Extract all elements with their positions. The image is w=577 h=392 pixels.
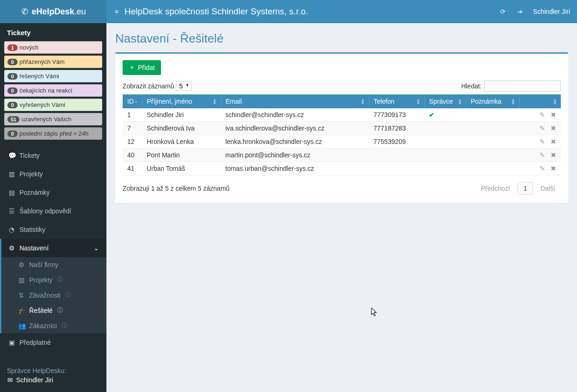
col-phone[interactable]: Telefon▲▼ (369, 94, 424, 108)
ticket-filter-6[interactable]: 0poslední zápis před > 24h (4, 127, 102, 140)
cell-admin: ✔ (424, 108, 466, 122)
filter-count: 0 (7, 131, 18, 137)
admin-label: Správce HelpDesku: (7, 367, 99, 374)
page-title: Nastavení - Řešitelé (115, 31, 568, 46)
edit-icon[interactable]: ✎ (540, 138, 545, 145)
edit-icon[interactable]: ✎ (540, 124, 545, 132)
cell-admin (424, 135, 466, 149)
admin-link[interactable]: ✉Schindler Jiri (7, 376, 99, 384)
cell-email: schindler@schindler-sys.cz (221, 108, 369, 122)
main: Nastavení - Řešitelé ＋ Přidat Zobrazit z… (106, 23, 577, 392)
nav-predplatne[interactable]: ▣Předplatné (1, 333, 106, 352)
cell-actions: ✎✖ (519, 162, 561, 175)
delete-icon[interactable]: ✖ (551, 124, 556, 132)
sidebar-tickets-header: Tickety (0, 23, 106, 41)
ticket-filter-4[interactable]: 0vyřešených Vámi (4, 99, 102, 111)
col-note[interactable]: Poznámka▲▼ (466, 94, 519, 108)
subnav-Naší firmy[interactable]: ⚙Naší firmy (1, 257, 106, 272)
menu-toggle-icon[interactable]: ≡ (113, 8, 120, 15)
info-icon: ⓘ (62, 322, 67, 330)
app-title: HelpDesk společnosti Schindler Systems, … (124, 6, 308, 17)
refresh-icon[interactable]: ⟳ (500, 8, 506, 15)
col-email[interactable]: Email▲▼ (221, 94, 369, 108)
pager-next[interactable]: Další (535, 182, 561, 194)
logout-icon[interactable]: ⇥ (516, 8, 523, 15)
length-select[interactable]: 5 (176, 81, 192, 91)
subnav-Projekty[interactable]: ▥Projekty ⓘ (1, 272, 106, 287)
sort-icon: ▲ (134, 100, 138, 103)
cell-email: martin.pont@schindler-sys.cz (221, 149, 369, 162)
table-row: 12Hronková Lenkalenka.hronkova@schindler… (123, 135, 561, 149)
ticket-filter-5[interactable]: 51uzavřených Vašich (4, 113, 102, 125)
nav-tickety[interactable]: 💬Tickety (1, 146, 106, 165)
ticket-filter-1[interactable]: 0přiřazených Vám (4, 56, 102, 68)
cell-name: Schindlerová Iva (142, 122, 221, 135)
subnav-Závažnosti[interactable]: ⇅Závažnosti ⓘ (1, 287, 106, 303)
filter-label: řešených Vámi (19, 73, 59, 80)
nav-statistiky[interactable]: ◔Statistiky (1, 220, 106, 239)
nav-nastaveni[interactable]: ⚙Nastavení⌄ (1, 239, 106, 257)
col-actions: ▲▼ (519, 94, 561, 108)
current-user[interactable]: Schindler Jiri (533, 8, 570, 15)
comments-icon: 💬 (8, 152, 15, 159)
add-button[interactable]: ＋ Přidat (123, 60, 161, 75)
pager-prev[interactable]: Předchozí (475, 182, 515, 194)
ticket-filter-0[interactable]: 1nových (4, 41, 102, 54)
nav-projekty[interactable]: ▥Projekty (1, 165, 106, 183)
sort-icon: ▲▼ (416, 99, 421, 105)
piechart-icon: ◔ (8, 226, 15, 233)
add-button-label: Přidat (138, 64, 155, 71)
info-icon: ⓘ (57, 276, 63, 284)
table-toolbar: Zobrazit záznamů 5 Hledat: (123, 81, 561, 92)
money-icon: ▣ (8, 339, 15, 346)
pager-page-1[interactable]: 1 (517, 182, 533, 195)
col-id[interactable]: ID▲ (123, 94, 142, 108)
edit-icon[interactable]: ✎ (540, 111, 545, 118)
sort-icon: ▲▼ (458, 99, 462, 105)
cell-note (466, 108, 519, 122)
cell-actions: ✎✖ (519, 135, 561, 149)
edit-icon[interactable]: ✎ (540, 165, 545, 172)
cell-id: 7 (123, 122, 142, 135)
delete-icon[interactable]: ✖ (551, 111, 556, 118)
cell-note (466, 135, 519, 149)
brand-suffix: .eu (74, 7, 86, 16)
ticket-filter-3[interactable]: 0čekajících na reakci (4, 84, 102, 97)
cell-id: 41 (123, 162, 142, 175)
list-icon: ☰ (8, 207, 15, 215)
filter-count: 0 (7, 73, 18, 80)
table-footer: Zobrazuji 1 až 5 z celkem 5 záznamů Před… (123, 182, 561, 195)
edit-icon[interactable]: ✎ (540, 151, 545, 159)
delete-icon[interactable]: ✖ (551, 151, 556, 159)
cell-id: 12 (123, 135, 142, 149)
ticket-filters: 1nových0přiřazených Vám0řešených Vámi0če… (0, 41, 106, 146)
sort-icon: ▲▼ (361, 99, 365, 105)
cell-name: Urban Tomáš (142, 162, 221, 175)
subnav-icon: 👥 (18, 322, 25, 330)
subnav-Řešitelé[interactable]: 🎓Řešitelé ⓘ (1, 303, 106, 318)
ticket-filter-2[interactable]: 0řešených Vámi (4, 70, 102, 82)
table-row: 40Pont Martinmartin.pont@schindler-sys.c… (123, 149, 561, 162)
cell-name: Schindler Jiri (142, 108, 221, 122)
col-name[interactable]: Příjmení, jméno▲▼ (142, 94, 221, 108)
search-input[interactable] (484, 81, 561, 92)
sort-icon: ▲▼ (553, 99, 557, 105)
nav-sablony[interactable]: ☰Šablony odpovědí (1, 202, 106, 220)
gears-icon: ⚙ (8, 244, 15, 252)
cell-phone: 777309173 (369, 108, 424, 122)
search-label: Hledat: (461, 82, 482, 90)
col-admin[interactable]: Správce▲▼ (424, 94, 466, 108)
delete-icon[interactable]: ✖ (551, 138, 556, 145)
cell-actions: ✎✖ (519, 122, 561, 135)
nav-poznamky[interactable]: ▤Poznámky (1, 183, 106, 202)
cell-actions: ✎✖ (519, 149, 561, 162)
brand-logo[interactable]: ✆ eHelpDesk.eu (0, 0, 106, 23)
sidebar: Tickety 1nových0přiřazených Vám0řešených… (0, 23, 106, 392)
subnav-Zákazníci[interactable]: 👥Zákazníci ⓘ (1, 318, 106, 333)
cell-admin (424, 149, 466, 162)
delete-icon[interactable]: ✖ (551, 165, 556, 172)
filter-count: 0 (7, 87, 18, 94)
brand-prefix: eHelpDesk (31, 7, 74, 16)
filter-label: přiřazených Vám (19, 58, 65, 65)
filter-count: 0 (7, 102, 18, 108)
